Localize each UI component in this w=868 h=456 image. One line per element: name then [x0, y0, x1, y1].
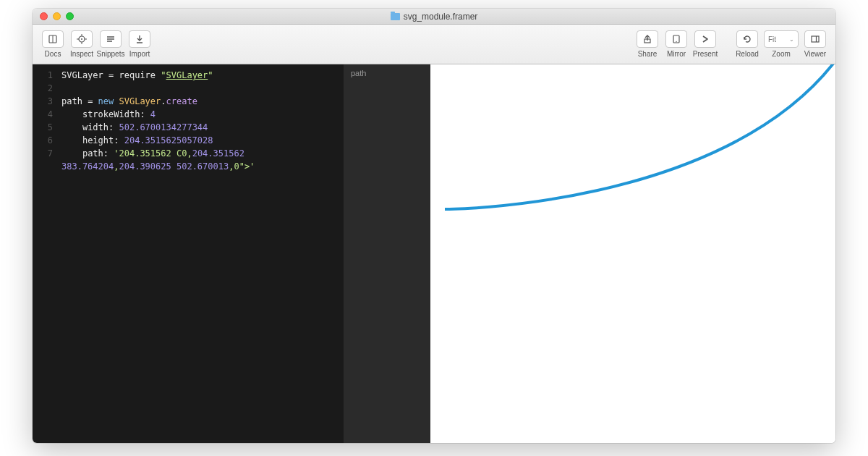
- toolbar-left-group: DocsInspectSnippetsImport: [38, 30, 154, 58]
- share-icon: [637, 30, 658, 48]
- download-icon: [129, 30, 150, 48]
- viewer-button[interactable]: Viewer: [801, 30, 830, 58]
- zoom-control[interactable]: Fit ⌄ Zoom: [762, 30, 801, 58]
- viewer-button-label: Viewer: [804, 50, 826, 58]
- svg-point-3: [81, 38, 82, 40]
- zoom-value: Fit: [768, 35, 776, 43]
- import-button-label: Import: [129, 50, 150, 58]
- line-number: 4: [33, 108, 53, 121]
- maximize-window-button[interactable]: [66, 12, 74, 20]
- layer-inspector[interactable]: path: [344, 64, 430, 443]
- share-button-label: Share: [638, 50, 658, 58]
- titlebar[interactable]: svg_module.framer: [33, 9, 835, 25]
- target-icon: [71, 30, 93, 48]
- mirror-button-label: Mirror: [667, 50, 686, 58]
- line-gutter: 1234567: [33, 64, 59, 443]
- folder-icon: [391, 13, 400, 20]
- svg-rect-17: [812, 36, 819, 42]
- chevron-down-icon: ⌄: [789, 36, 794, 43]
- toolbar-right-group-3: Viewer: [801, 30, 830, 58]
- snippets-button[interactable]: Snippets: [96, 30, 125, 58]
- traffic-lights: [33, 12, 74, 20]
- snippets-button-label: Snippets: [97, 50, 125, 58]
- content-area: 1234567 SVGLayer = require "SVGLayer" pa…: [33, 64, 835, 443]
- zoom-label: Zoom: [772, 50, 791, 58]
- svg-point-16: [676, 41, 676, 42]
- toolbar-right-group-2: Reload: [733, 30, 762, 58]
- toolbar-right-group-1: ShareMirrorPresent: [633, 30, 720, 58]
- line-number: 7: [33, 147, 53, 160]
- code-content[interactable]: SVGLayer = require "SVGLayer" path = new…: [59, 64, 344, 443]
- panels-icon: [804, 30, 826, 48]
- toolbar: DocsInspectSnippetsImport ShareMirrorPre…: [33, 25, 835, 64]
- mirror-button[interactable]: Mirror: [662, 30, 691, 58]
- reload-button[interactable]: Reload: [733, 30, 762, 58]
- line-number: 2: [33, 82, 53, 95]
- reload-icon: [736, 30, 758, 48]
- line-number: 3: [33, 95, 53, 108]
- book-icon: [42, 30, 64, 48]
- app-window: svg_module.framer DocsInspectSnippetsImp…: [33, 9, 835, 443]
- close-window-button[interactable]: [40, 12, 48, 20]
- docs-button[interactable]: Docs: [38, 30, 67, 58]
- inspect-button-label: Inspect: [70, 50, 93, 58]
- inspect-button[interactable]: Inspect: [67, 30, 96, 58]
- lines-icon: [100, 30, 122, 48]
- docs-button-label: Docs: [45, 50, 61, 58]
- window-title: svg_module.framer: [33, 12, 835, 22]
- import-button[interactable]: Import: [125, 30, 154, 58]
- line-number: 6: [33, 134, 53, 147]
- window-title-text: svg_module.framer: [404, 12, 478, 22]
- zoom-select[interactable]: Fit ⌄: [764, 30, 799, 48]
- layer-item-path[interactable]: path: [351, 69, 423, 77]
- present-button-label: Present: [693, 50, 718, 58]
- present-button[interactable]: Present: [691, 30, 720, 58]
- line-number: 5: [33, 121, 53, 134]
- code-editor[interactable]: 1234567 SVGLayer = require "SVGLayer" pa…: [33, 64, 344, 443]
- play-icon: [694, 30, 716, 48]
- minimize-window-button[interactable]: [53, 12, 61, 20]
- mirror-icon: [665, 30, 687, 48]
- reload-button-label: Reload: [736, 50, 759, 58]
- line-number: 1: [33, 69, 53, 82]
- svg-path-preview: [430, 64, 835, 249]
- share-button[interactable]: Share: [633, 30, 662, 58]
- preview-canvas[interactable]: [430, 64, 835, 443]
